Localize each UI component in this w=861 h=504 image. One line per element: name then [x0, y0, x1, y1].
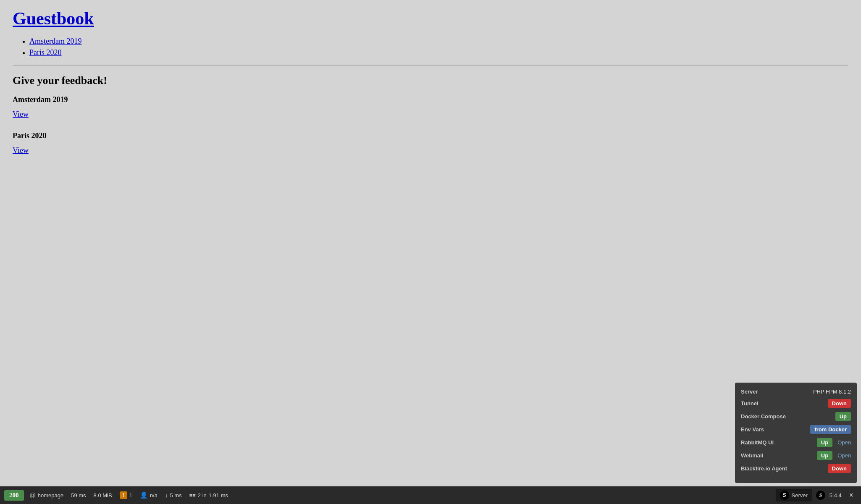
- main-content: Guestbook Amsterdam 2019 Paris 2020 Give…: [0, 0, 861, 176]
- event-title-paris: Paris 2020: [13, 131, 848, 140]
- section-divider: [13, 66, 848, 66]
- event-title-amsterdam: Amsterdam 2019: [13, 95, 848, 104]
- page-title[interactable]: Guestbook: [13, 8, 848, 29]
- nav-link-paris[interactable]: Paris 2020: [29, 48, 62, 57]
- event-paris: Paris 2020 View: [13, 131, 848, 155]
- event-view-paris[interactable]: View: [13, 146, 848, 155]
- event-view-amsterdam[interactable]: View: [13, 110, 848, 119]
- nav-link-amsterdam[interactable]: Amsterdam 2019: [29, 37, 81, 45]
- nav-item-paris: Paris 2020: [29, 48, 848, 57]
- section-heading: Give your feedback!: [13, 74, 848, 87]
- nav-item-amsterdam: Amsterdam 2019: [29, 37, 848, 46]
- event-amsterdam: Amsterdam 2019 View: [13, 95, 848, 119]
- nav-list: Amsterdam 2019 Paris 2020: [13, 37, 848, 57]
